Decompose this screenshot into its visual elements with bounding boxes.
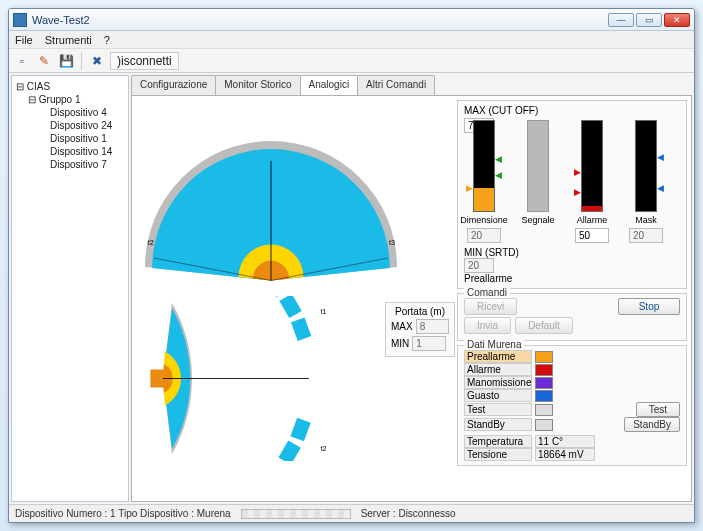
comandi-title: Comandi [464,287,510,298]
sw-manomissione [535,377,553,389]
bar-mask-label: Mask [635,215,657,225]
tree-group-label: Gruppo 1 [39,94,81,105]
bar-segnale-label: Segnale [521,215,554,225]
device-tree[interactable]: ⊟ CIAS ⊟ Gruppo 1 Dispositivo 4 Disposit… [11,75,129,502]
right-panels: MAX (CUT OFF) 70 ◀ ◀ ▶ Dimensione [457,100,687,497]
menu-help[interactable]: ? [104,34,110,46]
app-window: Wave-Test2 — ▭ ✕ File Strumenti ? ▫ ✎ 💾 … [8,8,695,523]
test-button[interactable]: Test [636,402,680,417]
tree-device[interactable]: Dispositivo 1 [14,132,126,145]
tool-icon[interactable]: ✎ [35,52,53,70]
status-bar: Dispositivo Numero : 1 Tipo Dispositivo … [9,504,694,522]
min-srtd-title: MIN (SRTD) [464,247,680,258]
comandi-group: Comandi Ricevi Stop Invia Default [457,293,687,341]
menubar: File Strumenti ? [9,31,694,49]
body: ⊟ CIAS ⊟ Gruppo 1 Dispositivo 4 Disposit… [9,73,694,504]
leg-guasto: Guasto [464,389,532,402]
bar-dimensione-bar: ◀ ◀ ▶ [473,120,495,212]
svg-text:t2: t2 [148,238,154,247]
svg-rect-15 [279,296,301,318]
new-icon[interactable]: ▫ [13,52,31,70]
portata-min-input[interactable]: 1 [412,336,446,351]
app-icon [13,13,27,27]
toolbar-separator [81,52,82,70]
preallarme-label: Preallarme [464,273,680,284]
tensione-value: 18664 mV [535,448,595,461]
minimize-button[interactable]: — [608,13,634,27]
svg-text:t3: t3 [389,238,395,247]
polar-fan-top: t2 t3 [136,100,451,290]
svg-rect-14 [264,296,288,297]
bar-allarme: ▶ ▶ Allarme 50 [572,120,612,243]
leg-preallarme: Preallarme [464,350,532,363]
tree-root-label: CIAS [27,81,50,92]
maximize-button[interactable]: ▭ [636,13,662,27]
svg-rect-12 [278,440,300,461]
portata-min-label: MIN [391,338,409,349]
bar-mask: ◀ ◀ Mask 20 [626,120,666,243]
status-server: Server : Disconnesso [361,508,456,519]
temperatura-label: Temperatura [464,435,532,448]
min-srtd-val[interactable]: 20 [464,258,494,273]
tensione-label: Tensione [464,448,532,461]
bar-allarme-label: Allarme [577,215,608,225]
window-buttons: — ▭ ✕ [608,13,690,27]
tab-altri-comandi[interactable]: Altri Comandi [357,75,435,95]
tab-analogici[interactable]: Analogici [300,75,359,95]
bar-segnale-bar [527,120,549,212]
bar-dimensione: ◀ ◀ ▶ Dimensione 20 [464,120,504,243]
menu-file[interactable]: File [15,34,33,46]
menu-strumenti[interactable]: Strumenti [45,34,92,46]
delete-icon[interactable]: ✖ [88,52,106,70]
invia-button[interactable]: Invia [464,317,511,334]
leg-manomissione: Manomissione [464,376,532,389]
tab-strip: Configurazione Monitor Storico Analogici… [131,75,692,95]
cutoff-group: MAX (CUT OFF) 70 ◀ ◀ ▶ Dimensione [457,100,687,289]
bar-allarme-bar: ▶ ▶ [581,120,603,212]
toolbar: ▫ ✎ 💾 ✖ )isconnetti [9,49,694,73]
stop-button[interactable]: Stop [618,298,680,315]
disconnect-button[interactable]: )isconnetti [110,52,179,70]
charts-column: t2 t3 [136,100,451,497]
ricevi-button[interactable]: Ricevi [464,298,517,315]
polar-fan-side: t1 t2 Portata (m) MAX 8 [136,296,451,461]
tree-device[interactable]: Dispositivo 24 [14,119,126,132]
cutoff-title: MAX (CUT OFF) [464,105,680,116]
default-button[interactable]: Default [515,317,573,334]
cutoff-bars: ◀ ◀ ▶ Dimensione 20 Segnale [464,133,680,243]
tab-monitor-storico[interactable]: Monitor Storico [215,75,300,95]
tree-root[interactable]: ⊟ CIAS [14,80,126,93]
svg-text:t2: t2 [321,444,327,453]
bar-dimensione-val[interactable]: 20 [467,228,501,243]
tab-body: t2 t3 [131,95,692,502]
bar-mask-bar: ◀ ◀ [635,120,657,212]
portata-title: Portata (m) [391,306,449,317]
leg-allarme: Allarme [464,363,532,376]
sw-allarme [535,364,553,376]
status-device: Dispositivo Numero : 1 Tipo Dispositivo … [15,508,231,519]
temperatura-value: 11 C° [535,435,595,448]
bar-allarme-val[interactable]: 50 [575,228,609,243]
bar-segnale: Segnale [518,120,558,243]
sw-standby [535,419,553,431]
titlebar: Wave-Test2 — ▭ ✕ [9,9,694,31]
sw-guasto [535,390,553,402]
main-area: Configurazione Monitor Storico Analogici… [131,75,692,502]
window-title: Wave-Test2 [32,14,603,26]
portata-max-input[interactable]: 8 [416,319,449,334]
svg-rect-16 [291,317,311,341]
bar-mask-val[interactable]: 20 [629,228,663,243]
tree-group[interactable]: ⊟ Gruppo 1 [14,93,126,106]
svg-rect-13 [290,418,310,442]
tree-device[interactable]: Dispositivo 14 [14,145,126,158]
svg-text:t1: t1 [321,307,327,316]
tree-device[interactable]: Dispositivo 4 [14,106,126,119]
close-button[interactable]: ✕ [664,13,690,27]
tree-device[interactable]: Dispositivo 7 [14,158,126,171]
standby-button[interactable]: StandBy [624,417,680,432]
portata-group: Portata (m) MAX 8 MIN 1 [385,302,455,357]
sw-preallarme [535,351,553,363]
save-icon[interactable]: 💾 [57,52,75,70]
tab-configurazione[interactable]: Configurazione [131,75,216,95]
leg-standby: StandBy [464,418,532,431]
